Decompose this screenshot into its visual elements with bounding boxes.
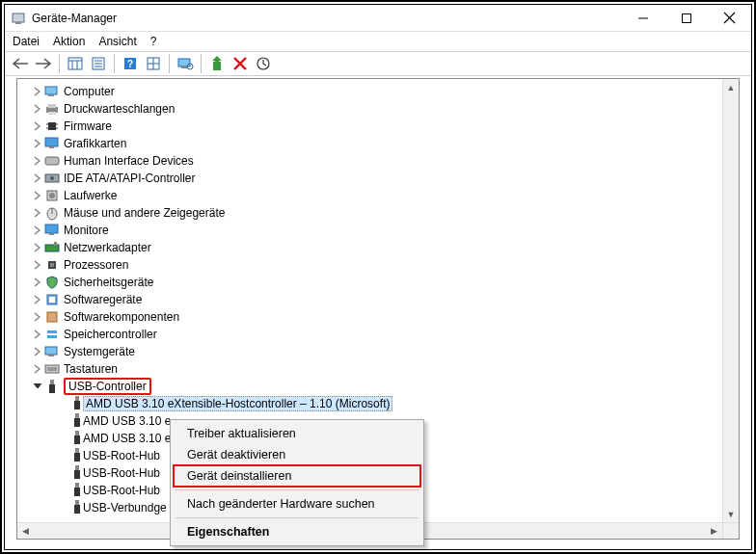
menu-divider (176, 517, 418, 518)
menu-properties[interactable]: Eigenschaften (174, 521, 420, 542)
expander-icon[interactable] (31, 192, 44, 199)
svg-rect-29 (48, 104, 56, 108)
expander-icon[interactable] (31, 105, 44, 113)
menu-help[interactable]: ? (150, 35, 157, 48)
tree-category[interactable]: Monitore (31, 222, 739, 239)
expander-icon[interactable] (31, 383, 44, 390)
show-hidden-icon[interactable] (64, 53, 87, 74)
svg-rect-52 (49, 297, 55, 303)
tree-category[interactable]: Tastaturen (31, 360, 739, 378)
tree-label: Netzwerkadapter (64, 241, 151, 254)
menu-action[interactable]: Aktion (53, 35, 85, 48)
printer-icon (44, 101, 60, 117)
vertical-scrollbar[interactable]: ▲ ▼ (722, 79, 739, 522)
context-menu: Treiber aktualisieren Gerät deaktivieren… (170, 419, 424, 546)
expander-icon[interactable] (31, 209, 44, 217)
forward-button[interactable] (32, 53, 55, 74)
shield-icon (44, 275, 60, 290)
scroll-right-icon[interactable]: ▶ (706, 523, 722, 539)
svg-rect-76 (74, 505, 80, 514)
back-button[interactable] (9, 53, 32, 74)
chip-icon (44, 119, 60, 134)
properties-icon[interactable] (87, 53, 110, 74)
uninstall-icon[interactable] (229, 53, 252, 74)
tree-label: Speichercontroller (64, 328, 157, 341)
tree-category[interactable]: Grafikkarten (31, 135, 739, 152)
tree-label: Systemgeräte (64, 345, 135, 358)
expander-icon[interactable] (31, 122, 44, 130)
menu-scan-hardware[interactable]: Nach geänderter Hardware suchen (174, 493, 420, 514)
svg-rect-46 (49, 233, 54, 235)
maximize-button[interactable] (664, 5, 708, 31)
menu-view[interactable]: Ansicht (98, 35, 136, 48)
expander-icon[interactable] (31, 226, 44, 234)
svg-rect-63 (75, 396, 79, 401)
tree-label: USB-Root-Hub (83, 449, 160, 462)
menu-uninstall-device[interactable]: Gerät deinstallieren (174, 465, 420, 487)
tree-item[interactable]: AMD USB 3.10 eXtensible-Hostcontroller –… (58, 395, 739, 412)
expander-icon[interactable] (31, 313, 44, 321)
expander-icon[interactable] (31, 365, 44, 373)
grid-icon[interactable] (142, 53, 165, 74)
tree-category[interactable]: Speichercontroller (31, 326, 739, 343)
tree-label: Mäuse und andere Zeigegeräte (64, 206, 225, 220)
expander-icon[interactable] (31, 174, 44, 182)
disable-icon[interactable] (252, 53, 275, 74)
svg-rect-47 (45, 245, 59, 251)
svg-rect-38 (45, 157, 59, 165)
tree-category[interactable]: Human Interface Devices (31, 152, 739, 170)
tree-category[interactable]: Softwaregeräte (31, 291, 739, 308)
scroll-down-icon[interactable]: ▼ (723, 506, 739, 522)
tree-label: AMD USB 3.10 e (83, 432, 171, 445)
tree-category[interactable]: Netzwerkadapter (31, 239, 739, 256)
expander-icon[interactable] (31, 157, 44, 165)
close-button[interactable] (708, 5, 751, 31)
scan-hardware-icon[interactable] (174, 53, 197, 74)
svg-rect-54 (47, 330, 57, 333)
expander-icon[interactable] (31, 244, 44, 251)
expander-icon[interactable] (31, 140, 44, 147)
tree-label: IDE ATA/ATAPI-Controller (64, 171, 195, 185)
svg-rect-0 (13, 13, 24, 22)
tree-category[interactable]: Sicherheitsgeräte (31, 274, 739, 291)
tree-category[interactable]: Prozessoren (31, 256, 739, 274)
tree-category[interactable]: USB-Controller (31, 378, 739, 395)
tree-category[interactable]: Mäuse und andere Zeigegeräte (31, 204, 739, 222)
tree-category[interactable]: Druckwarteschlangen (31, 100, 739, 118)
tree-category[interactable]: Computer (31, 83, 739, 100)
tree-label: Laufwerke (64, 189, 117, 202)
tree-panel: ComputerDruckwarteschlangenFirmwareGrafi… (16, 78, 740, 540)
expander-icon[interactable] (31, 278, 44, 286)
usb-icon (71, 464, 83, 483)
svg-rect-65 (75, 413, 79, 418)
expander-icon[interactable] (31, 330, 44, 338)
expander-icon[interactable] (31, 88, 44, 95)
minimize-button[interactable] (621, 5, 664, 31)
scroll-left-icon[interactable]: ◀ (17, 523, 34, 539)
cpu-icon (44, 257, 60, 273)
menu-disable-device[interactable]: Gerät deaktivieren (174, 444, 420, 465)
tree-category[interactable]: Firmware (31, 118, 739, 135)
update-driver-icon[interactable] (205, 53, 229, 74)
expander-icon[interactable] (31, 261, 44, 269)
menu-divider (176, 489, 418, 490)
tree-category[interactable]: IDE ATA/ATAPI-Controller (31, 170, 739, 187)
menu-update-driver[interactable]: Treiber aktualisieren (174, 423, 420, 444)
svg-rect-27 (48, 94, 54, 96)
svg-rect-37 (49, 146, 54, 148)
tree-category[interactable]: Softwarekomponenten (31, 308, 739, 326)
svg-rect-57 (48, 355, 54, 356)
tree-category[interactable]: Laufwerke (31, 187, 739, 204)
help-icon[interactable]: ? (119, 53, 142, 74)
net-icon (44, 240, 60, 255)
tree-label: USB-Root-Hub (83, 484, 160, 497)
tree-category[interactable]: Systemgeräte (31, 343, 739, 360)
keyboard-icon (44, 361, 60, 377)
menu-file[interactable]: Datei (13, 35, 40, 48)
scroll-up-icon[interactable]: ▲ (723, 79, 739, 95)
expander-icon[interactable] (31, 348, 44, 356)
expander-icon[interactable] (31, 296, 44, 303)
svg-rect-64 (74, 401, 80, 409)
svg-rect-55 (47, 335, 57, 338)
svg-rect-36 (45, 138, 58, 146)
